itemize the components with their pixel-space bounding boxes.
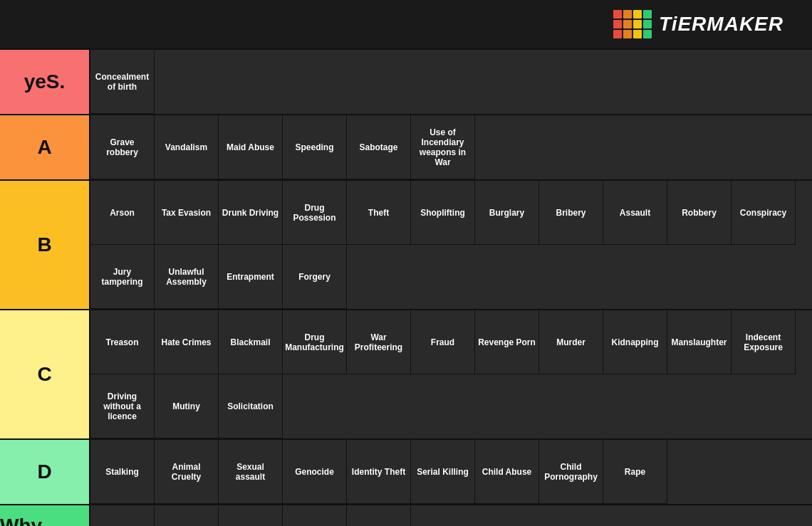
tier-item: Tax Evasion [155,181,219,245]
tier-item: Treason [90,310,155,374]
tier-item: Genocide [283,440,347,504]
tier-label-a: A [0,115,89,179]
tier-label-c: C [0,310,89,438]
tier-item: Bike rage [155,505,219,526]
logo-text: TiERMAKER [659,13,784,36]
logo-cell [613,20,622,28]
tier-item: Hate Crimes [155,310,219,374]
tier-row-c: CTreasonHate CrimesBlackmailDrug Manufac… [0,310,812,440]
tier-item: Computer Crime [347,505,411,526]
logo-cell [623,20,632,28]
tier-item: Vandalism [155,115,219,179]
tier-item: Contempt of Court [283,505,347,526]
tier-item: Kidnapping [603,310,667,374]
tier-item: Bribery [539,181,603,245]
tier-item: Concealment of birth [90,50,155,114]
tier-items-yes: Concealment of birth [89,50,812,114]
logo-cell [623,30,632,38]
tier-item: Solicitation [219,374,283,438]
tier-items-d: StalkingAnimal CrueltySexual assaultGeno… [89,440,812,504]
tier-row-d: DStalkingAnimal CrueltySexual assaultGen… [0,440,812,505]
logo-cell [633,10,642,19]
tier-item: Arson [90,181,155,245]
tier-table: TiERMAKER yeS.Concealment of birthAGrave… [0,0,812,526]
tier-item: Blackmail [219,310,283,374]
tier-item: Stalking [90,440,155,504]
tier-item: Assault [603,181,667,245]
tier-item: Shoplifting [411,181,475,245]
tier-item: Serial Killing [411,440,475,504]
logo-grid [613,10,652,38]
tier-item: Child Abuse [475,440,539,504]
logo-cell [623,10,632,19]
tier-item: Revenge Porn [475,310,539,374]
tier-item: Sexual assault [219,440,283,504]
tier-item: Murder [539,310,603,374]
tier-label-b: B [0,181,89,309]
tier-item: Maid Abuse [219,115,283,179]
tier-items-b: ArsonTax EvasionDrunk DrivingDrug Posses… [89,181,812,309]
tier-item: Indecent Exposure [732,310,796,374]
tier-row-yes: yeS.Concealment of birth [0,50,812,115]
tier-item: Identity Theft [347,440,411,504]
logo-cell [643,30,652,38]
tier-row-why: Why crime?JaywalkingBike rageProstitutio… [0,505,812,526]
tier-item: Animal Cruelty [155,440,219,504]
tier-row-b: BArsonTax EvasionDrunk DrivingDrug Posse… [0,181,812,310]
logo-cell [633,30,642,38]
tier-item: Child Pornography [539,440,603,504]
tier-item: Mutiny [155,374,219,438]
tier-items-why: JaywalkingBike rageProstitutionContempt … [89,505,812,526]
tier-item: Theft [347,181,411,245]
tier-item: Drug Manufacturing [283,310,347,374]
logo-cell [643,20,652,28]
tier-item: Unlawful Assembly [155,245,219,309]
tier-item: Drunk Driving [219,181,283,245]
header-content: TiERMAKER [89,10,812,38]
tier-label-why: Why crime? [0,505,89,526]
tier-row-a: AGrave robberyVandalismMaid AbuseSpeedin… [0,115,812,181]
tier-item: Burglary [475,181,539,245]
tier-item: War Profiteering [347,310,411,374]
tier-item: Jaywalking [90,505,155,526]
tier-item: Conspiracy [732,181,796,245]
tier-items-c: TreasonHate CrimesBlackmailDrug Manufact… [89,310,812,438]
tier-item: Grave robbery [90,115,155,179]
tier-item: Sabotage [347,115,411,179]
tier-item: Fraud [411,310,475,374]
tier-label-d: D [0,440,89,504]
tier-item: Driving without a licence [90,374,155,438]
header-row: TiERMAKER [0,0,812,50]
tier-item: Entrapment [219,245,283,309]
tier-item: Use of Incendiary weapons in War [411,115,475,179]
logo-cell [613,30,622,38]
tier-item: Speeding [283,115,347,179]
tier-item: Forgery [283,245,347,309]
logo-cell [643,10,652,19]
tiers-container: yeS.Concealment of birthAGrave robberyVa… [0,50,812,526]
tier-item: Drug Possesion [283,181,347,245]
tier-item: Manslaughter [667,310,732,374]
tier-items-a: Grave robberyVandalismMaid AbuseSpeeding… [89,115,812,179]
logo-container: TiERMAKER [613,10,798,38]
tier-item: Rape [603,440,667,504]
logo-cell [613,10,622,19]
tier-item: Jury tampering [90,245,155,309]
tier-item: Prostitution [219,505,283,526]
tier-label-yes: yeS. [0,50,89,114]
tier-item: Robbery [667,181,732,245]
logo-cell [633,20,642,28]
